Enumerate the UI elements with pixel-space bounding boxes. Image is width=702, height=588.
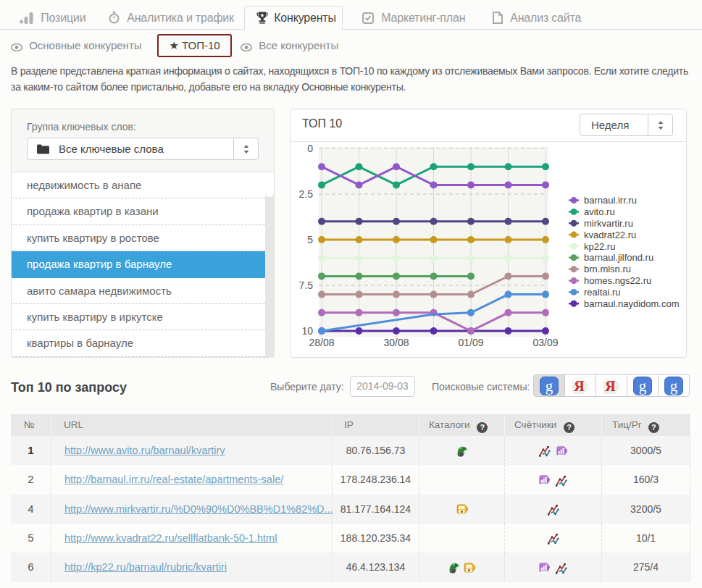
svg-text:avito.ru: avito.ru — [584, 206, 615, 217]
svg-text:2.5: 2.5 — [299, 188, 314, 200]
svg-text:kp22.ru: kp22.ru — [584, 241, 615, 252]
svg-text:mirkvartir.ru: mirkvartir.ru — [584, 218, 633, 229]
svg-text:realtai.ru: realtai.ru — [584, 287, 621, 298]
svg-text:Я: Я — [605, 378, 616, 394]
svg-text:28/08: 28/08 — [309, 337, 334, 348]
svg-text:01/09: 01/09 — [458, 337, 483, 348]
svg-text:0: 0 — [307, 143, 313, 154]
svg-text:barnaul.jilfond.ru: barnaul.jilfond.ru — [584, 252, 653, 263]
svg-text:kvadrat22.ru: kvadrat22.ru — [584, 230, 636, 240]
svg-text:barnaul.naydidom.com: barnaul.naydidom.com — [584, 298, 680, 309]
svg-text:brn.mlsn.ru: brn.mlsn.ru — [584, 264, 631, 274]
svg-text:03/09: 03/09 — [532, 337, 558, 348]
svg-text:g: g — [639, 377, 647, 395]
svg-text:barnaul.irr.ru: barnaul.irr.ru — [584, 195, 637, 206]
svg-text:5: 5 — [307, 234, 313, 245]
svg-text:g: g — [546, 377, 553, 395]
svg-text:homes.ngs22.ru: homes.ngs22.ru — [584, 275, 651, 286]
svg-text:7.5: 7.5 — [299, 280, 314, 291]
svg-text:g: g — [670, 377, 678, 395]
svg-text:10: 10 — [301, 325, 313, 337]
svg-text:Я: Я — [574, 378, 585, 394]
svg-text:30/08: 30/08 — [383, 337, 409, 348]
